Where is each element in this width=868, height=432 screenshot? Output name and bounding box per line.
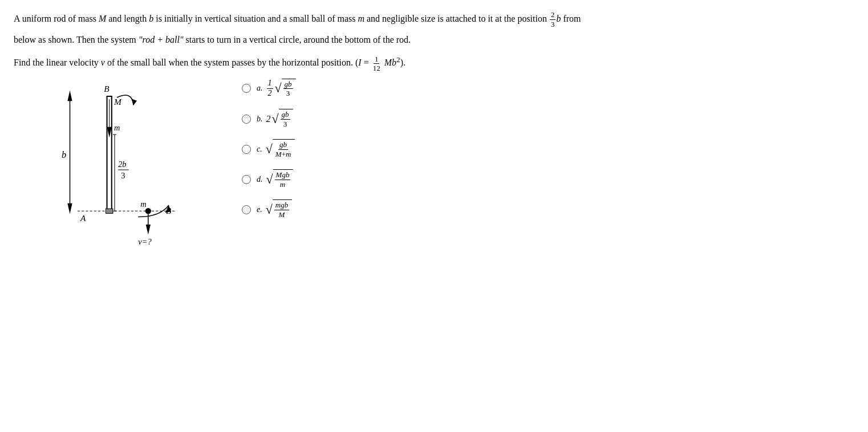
label-B-top: B <box>104 83 109 93</box>
length-b: b <box>149 14 153 23</box>
v-var: v <box>101 58 105 67</box>
label-m-top: m <box>114 123 120 132</box>
choice-e-expr: √ mgb M <box>266 199 292 219</box>
choice-a-expr: 1 2 √ gb 3 <box>266 79 296 99</box>
choice-d[interactable]: d. √ Mgb m <box>242 169 296 189</box>
find-line: Find the linear velocity v of the small … <box>14 54 854 73</box>
svg-marker-2 <box>67 203 72 214</box>
problem-line1: A uniform rod of mass M and length b is … <box>14 10 854 28</box>
mass-m: m <box>358 14 364 23</box>
choice-b-label: b. <box>257 115 263 124</box>
label-M: M <box>113 97 122 107</box>
mass-M: M <box>99 14 106 23</box>
I-var: I <box>358 58 361 67</box>
label-m-right: m <box>140 199 146 209</box>
radio-b[interactable] <box>242 115 251 124</box>
choice-e-label: e. <box>257 205 262 214</box>
Mb2-expr: Mb <box>384 58 396 67</box>
b-var-inline: b <box>556 14 561 23</box>
answer-choices: a. 1 2 √ gb 3 <box>242 79 296 230</box>
choice-b[interactable]: b. 2 √ gb 3 <box>242 109 296 129</box>
radio-c[interactable] <box>242 145 251 154</box>
radio-d[interactable] <box>242 175 251 184</box>
choice-a-label: a. <box>257 84 263 93</box>
pivot-marker <box>106 209 112 213</box>
problem-text-block: A uniform rod of mass M and length b is … <box>14 10 854 73</box>
fraction-2-3: 2 3 <box>550 10 556 28</box>
label-b: b <box>62 149 66 160</box>
problem-container: A uniform rod of mass M and length b is … <box>14 10 854 261</box>
system-label: "rod + ball" <box>139 35 184 44</box>
choice-d-expr: √ Mgb m <box>266 169 294 189</box>
radio-e[interactable] <box>242 205 251 214</box>
choice-c[interactable]: c. √ gb M+m <box>242 139 296 159</box>
physics-diagram: b B M m 2b 3 <box>36 79 230 261</box>
label-2b-num: 2b <box>118 160 126 169</box>
svg-marker-13 <box>146 225 151 235</box>
choice-b-expr: 2 √ gb 3 <box>266 109 293 129</box>
label-A: A <box>80 213 86 223</box>
choice-c-label: c. <box>257 145 262 154</box>
choice-a[interactable]: a. 1 2 √ gb 3 <box>242 79 296 99</box>
choice-c-expr: √ gb M+m <box>266 139 295 159</box>
svg-marker-5 <box>107 127 112 137</box>
choice-d-label: d. <box>257 175 263 184</box>
fraction-1-12: 1 12 <box>372 55 382 73</box>
radio-a[interactable] <box>242 84 251 93</box>
diagram-and-choices: b B M m 2b 3 <box>36 79 854 261</box>
from-text: from <box>563 14 581 23</box>
label-v: v=? <box>138 237 152 246</box>
ball-marker <box>145 208 151 214</box>
problem-line2: below as shown. Then the system "rod + b… <box>14 33 854 47</box>
choice-e[interactable]: e. √ mgb M <box>242 199 296 219</box>
svg-marker-1 <box>67 90 72 101</box>
label-2b-den: 3 <box>121 171 125 180</box>
